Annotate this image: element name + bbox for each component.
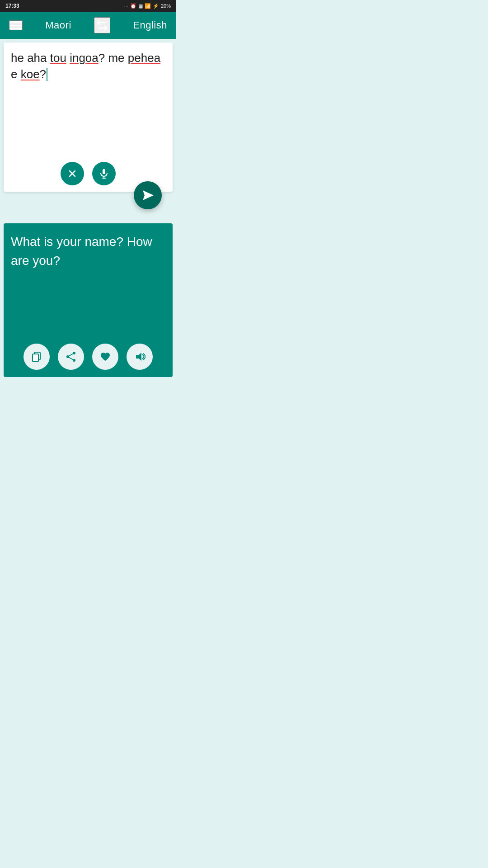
- svg-rect-2: [103, 169, 105, 174]
- fab-container: [4, 195, 173, 223]
- x-icon: [67, 168, 78, 179]
- sim-icon: ▦: [138, 3, 143, 9]
- menu-line-1: [10, 21, 22, 23]
- input-end: ?: [40, 67, 46, 81]
- input-actions: [61, 162, 116, 185]
- copy-icon: [31, 351, 42, 363]
- svg-marker-5: [143, 190, 154, 200]
- mic-icon: [99, 168, 109, 179]
- svg-line-11: [69, 354, 73, 356]
- speaker-icon: [134, 351, 145, 363]
- dots-icon: ···: [124, 3, 128, 9]
- speak-button[interactable]: [127, 344, 153, 370]
- menu-line-2: [10, 25, 22, 26]
- menu-button[interactable]: [9, 20, 23, 30]
- input-mid: ? me: [99, 51, 128, 65]
- share-icon: [65, 351, 77, 363]
- status-bar: 17:33 ··· ⏰ ▦ 📶 ⚡ 20%: [0, 0, 176, 12]
- send-icon: [141, 189, 155, 202]
- svg-point-10: [73, 359, 75, 362]
- svg-point-9: [66, 355, 69, 358]
- output-section: What is your name? How are you?: [4, 223, 173, 377]
- input-word-pehea: pehea: [128, 51, 160, 65]
- input-section[interactable]: he aha tou ingoa? me pehea e koe?: [4, 42, 173, 192]
- status-icons: ··· ⏰ ▦ 📶 ⚡ 20%: [124, 3, 171, 9]
- clear-button[interactable]: [61, 162, 84, 185]
- source-language[interactable]: Maori: [45, 19, 71, 31]
- swap-languages-button[interactable]: [94, 17, 110, 33]
- battery-level: 20%: [161, 3, 171, 9]
- target-language[interactable]: English: [133, 19, 167, 31]
- input-word-ingoa: ingoa: [70, 51, 99, 65]
- input-text-plain: he aha: [11, 51, 50, 65]
- app-header: Maori English: [0, 12, 176, 39]
- input-word-tou: tou: [50, 51, 66, 65]
- text-cursor: [47, 68, 47, 81]
- microphone-button[interactable]: [92, 162, 116, 185]
- svg-rect-7: [33, 354, 38, 362]
- input-word-koe: koe: [21, 67, 40, 81]
- translate-button[interactable]: [134, 181, 162, 209]
- heart-icon: [99, 351, 111, 363]
- status-time: 17:33: [5, 3, 19, 9]
- menu-line-3: [10, 28, 22, 29]
- alarm-icon: ⏰: [130, 3, 136, 9]
- svg-point-8: [73, 352, 75, 354]
- swap-icon: [95, 18, 109, 33]
- charging-icon: ⚡: [153, 3, 159, 9]
- copy-button[interactable]: [23, 344, 50, 370]
- input-text[interactable]: he aha tou ingoa? me pehea e koe?: [11, 50, 165, 83]
- svg-line-12: [69, 358, 73, 360]
- svg-marker-13: [136, 353, 141, 361]
- share-button[interactable]: [58, 344, 84, 370]
- favorite-button[interactable]: [92, 344, 118, 370]
- input-space2: e: [11, 67, 21, 81]
- output-actions: [23, 344, 153, 370]
- signal-icon: 📶: [145, 3, 151, 9]
- output-text: What is your name? How are you?: [11, 232, 165, 270]
